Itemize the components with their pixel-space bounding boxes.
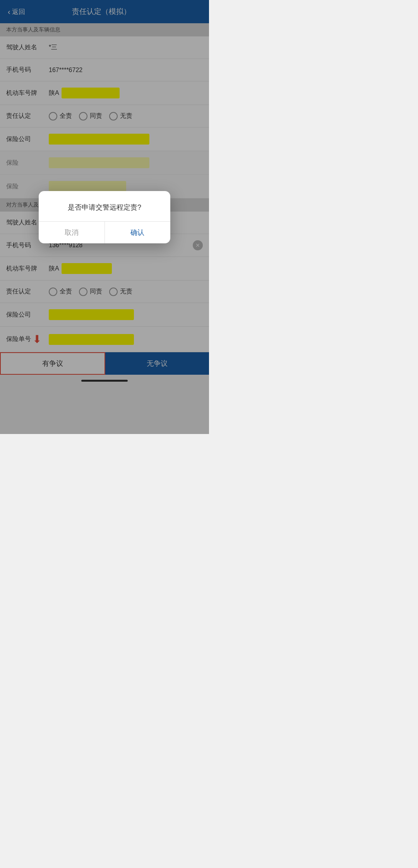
dialog-cancel-button[interactable]: 取消 bbox=[39, 222, 105, 243]
modal-overlay: 是否申请交警远程定责? 取消 确认 bbox=[0, 0, 209, 434]
confirmation-dialog: 是否申请交警远程定责? 取消 确认 bbox=[39, 191, 170, 243]
dialog-body: 是否申请交警远程定责? bbox=[39, 191, 170, 221]
dialog-footer: 取消 确认 bbox=[39, 221, 170, 243]
dialog-confirm-button[interactable]: 确认 bbox=[105, 222, 171, 243]
dialog-title: 是否申请交警远程定责? bbox=[48, 203, 161, 212]
